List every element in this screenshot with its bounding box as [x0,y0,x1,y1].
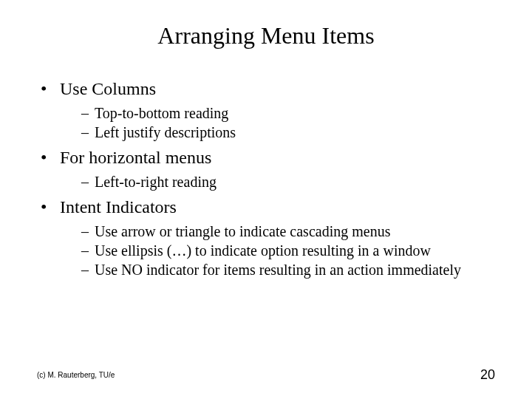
sub-bullet-list: Top-to-bottom reading Left justify descr… [55,103,495,142]
bullet-item: Intent Indicators Use arrow or triangle … [55,197,495,279]
sub-bullet-list: Left-to-right reading [55,172,495,191]
sub-bullet-text: Top-to-bottom reading [95,105,228,121]
bullet-text: For horizontal menus [60,148,211,167]
page-number: 20 [480,367,495,383]
slide-footer: (c) M. Rauterberg, TU/e 20 [37,367,495,383]
sub-bullet-item: Use arrow or triangle to indicate cascad… [81,222,495,241]
bullet-list: Use Columns Top-to-bottom reading Left j… [37,79,495,279]
sub-bullet-item: Use NO indicator for items resulting in … [81,260,495,279]
sub-bullet-text: Left-to-right reading [95,174,216,190]
sub-bullet-item: Left justify descriptions [81,123,495,142]
sub-bullet-item: Left-to-right reading [81,172,495,191]
slide-title: Arranging Menu Items [66,22,466,50]
sub-bullet-text: Left justify descriptions [95,124,236,140]
sub-bullet-item: Top-to-bottom reading [81,103,495,123]
bullet-item: Use Columns Top-to-bottom reading Left j… [55,79,495,142]
sub-bullet-item: Use ellipsis (…) to indicate option resu… [81,241,495,260]
copyright-text: (c) M. Rauterberg, TU/e [37,371,115,379]
sub-bullet-text: Use arrow or triangle to indicate cascad… [95,223,390,239]
bullet-text: Use Columns [60,79,156,98]
sub-bullet-list: Use arrow or triangle to indicate cascad… [55,222,495,279]
bullet-item: For horizontal menus Left-to-right readi… [55,148,495,191]
sub-bullet-text: Use ellipsis (…) to indicate option resu… [95,242,431,259]
bullet-text: Intent Indicators [60,197,177,216]
sub-bullet-text: Use NO indicator for items resulting in … [95,262,461,278]
